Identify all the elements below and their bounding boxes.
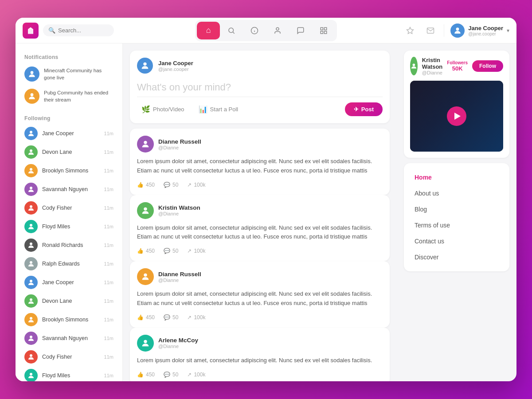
post-user-info: Arlene McCoy @Dianne bbox=[158, 337, 198, 349]
following-item[interactable]: Floyd Miles 11m bbox=[16, 366, 122, 381]
menu-item[interactable]: Contact us bbox=[413, 233, 501, 249]
post-body: Lorem ipsum dolor sit amet, consectetur … bbox=[137, 356, 383, 365]
composer-handle: @jane.cooper bbox=[158, 66, 193, 72]
video-preview[interactable] bbox=[410, 81, 503, 152]
following-item[interactable]: Savannah Nguyen 11m bbox=[16, 180, 122, 199]
like-button[interactable]: 👍 450 bbox=[137, 372, 155, 378]
following-time: 11m bbox=[104, 131, 113, 136]
svg-rect-8 bbox=[325, 31, 327, 33]
following-time: 11m bbox=[104, 261, 113, 266]
share-button[interactable]: ↗ 100k bbox=[187, 182, 205, 188]
following-item[interactable]: Brooklyn Simmons 11m bbox=[16, 310, 122, 329]
comment-icon: 💬 bbox=[164, 248, 170, 254]
user-area[interactable]: Jane Cooper @jane.cooper ▾ bbox=[450, 23, 509, 38]
menu-item[interactable]: Discover bbox=[413, 249, 501, 265]
following-avatar bbox=[24, 201, 38, 215]
poll-btn[interactable]: 📊 Start a Poll bbox=[194, 102, 243, 116]
following-item[interactable]: Jane Cooper 11m bbox=[16, 124, 122, 143]
nav-tab-profile[interactable] bbox=[266, 22, 289, 39]
like-icon: 👍 bbox=[137, 182, 144, 188]
post-header: Arlene McCoy @Dianne bbox=[137, 335, 383, 352]
composer-card: Jane Cooper @jane.cooper What's on your … bbox=[130, 51, 390, 123]
nav-tab-search[interactable] bbox=[220, 22, 243, 39]
following-item[interactable]: Brooklyn Simmons 11m bbox=[16, 161, 122, 180]
svg-point-30 bbox=[144, 207, 147, 210]
following-item[interactable]: Devon Lane 11m bbox=[16, 292, 122, 310]
post-avatar bbox=[137, 136, 154, 153]
following-avatar bbox=[24, 350, 38, 364]
video-play-button[interactable] bbox=[447, 106, 466, 126]
menu-item[interactable]: Blog bbox=[413, 201, 501, 217]
post-stats: 👍 450 💬 50 ↗ 100k bbox=[137, 372, 383, 378]
followers-count: 50K bbox=[452, 65, 463, 72]
svg-point-12 bbox=[31, 93, 34, 96]
svg-point-15 bbox=[30, 168, 32, 171]
nav-tab-chat[interactable] bbox=[289, 22, 312, 39]
share-icon: ↗ bbox=[187, 314, 192, 321]
post-body: Lorem ipsum dolor sit amet, consectetur … bbox=[137, 223, 383, 242]
comment-button[interactable]: 💬 50 bbox=[164, 372, 178, 378]
share-button[interactable]: ↗ 100k bbox=[187, 248, 205, 254]
svg-point-14 bbox=[30, 149, 32, 152]
post-avatar bbox=[137, 268, 154, 285]
menu-item[interactable]: Terms of use bbox=[413, 217, 501, 233]
like-count: 450 bbox=[146, 248, 155, 254]
composer-top: Jane Cooper @jane.cooper bbox=[137, 58, 383, 74]
like-button[interactable]: 👍 450 bbox=[137, 248, 155, 254]
following-item[interactable]: Cody Fisher 11m bbox=[16, 199, 122, 217]
following-avatar bbox=[24, 220, 38, 233]
following-item[interactable]: Savannah Nguyen 11m bbox=[16, 329, 122, 348]
star-icon-btn[interactable] bbox=[403, 23, 417, 38]
search-icon: 🔍 bbox=[48, 27, 55, 34]
following-item[interactable]: Jane Cooper 11m bbox=[16, 273, 122, 292]
like-button[interactable]: 👍 450 bbox=[137, 182, 155, 188]
following-avatar bbox=[24, 313, 38, 326]
post-user-info: Dianne Russell @Dianne bbox=[158, 138, 201, 150]
following-item[interactable]: Ronald Richards 11m bbox=[16, 236, 122, 254]
notification-item[interactable]: Pubg Community has ended their stream bbox=[16, 85, 122, 107]
nav-tab-info[interactable] bbox=[243, 22, 266, 39]
post-body: Lorem ipsum dolor sit amet, consectetur … bbox=[137, 157, 383, 176]
share-button[interactable]: ↗ 100k bbox=[187, 314, 205, 321]
post-card: Arlene McCoy @Dianne Lorem ipsum dolor s… bbox=[130, 328, 390, 381]
share-button[interactable]: ↗ 100k bbox=[187, 372, 205, 378]
menu-item[interactable]: About us bbox=[413, 185, 501, 201]
nav-tab-home[interactable]: ⌂ bbox=[197, 22, 220, 39]
comment-button[interactable]: 💬 50 bbox=[164, 182, 178, 188]
featured-handle: @Dianne bbox=[422, 70, 442, 75]
nav-tab-grid[interactable] bbox=[312, 22, 335, 39]
post-stats: 👍 450 💬 50 ↗ 100k bbox=[137, 248, 383, 254]
comment-count: 50 bbox=[172, 248, 178, 254]
like-button[interactable]: 👍 450 bbox=[137, 314, 155, 321]
search-input[interactable] bbox=[58, 27, 111, 34]
photo-video-btn[interactable]: 🌿 Photo/Video bbox=[137, 102, 189, 116]
notification-item[interactable]: Minecraft Community has gone live bbox=[16, 63, 122, 85]
comment-button[interactable]: 💬 50 bbox=[164, 314, 178, 321]
svg-rect-7 bbox=[321, 31, 323, 33]
following-time: 11m bbox=[104, 243, 113, 248]
follow-button[interactable]: Follow bbox=[472, 60, 503, 72]
following-item[interactable]: Ralph Edwards 11m bbox=[16, 254, 122, 273]
following-item[interactable]: Floyd Miles 11m bbox=[16, 217, 122, 236]
mail-icon-btn[interactable] bbox=[423, 23, 438, 38]
composer-placeholder[interactable]: What's on your mind? bbox=[137, 78, 383, 97]
following-item[interactable]: Devon Lane 11m bbox=[16, 143, 122, 161]
like-icon: 👍 bbox=[137, 314, 144, 321]
following-avatar bbox=[24, 145, 38, 159]
menu-item[interactable]: Home bbox=[413, 169, 501, 185]
user-handle: @jane.cooper bbox=[468, 31, 503, 36]
user-info: Jane Cooper @jane.cooper bbox=[468, 25, 503, 36]
post-card: Dianne Russell @Dianne Lorem ipsum dolor… bbox=[130, 261, 390, 328]
search-box[interactable]: 🔍 bbox=[43, 24, 114, 36]
notif-text: Pubg Community has ended their stream bbox=[44, 89, 113, 103]
svg-point-13 bbox=[30, 131, 32, 133]
post-card: Kristin Watson @Dianne Lorem ipsum dolor… bbox=[130, 195, 390, 262]
followers-badge: Followers 50K bbox=[447, 60, 468, 72]
comment-button[interactable]: 💬 50 bbox=[164, 248, 178, 254]
following-item[interactable]: Cody Fisher 11m bbox=[16, 348, 122, 366]
send-icon: ✈ bbox=[354, 106, 359, 113]
following-time: 11m bbox=[104, 149, 113, 155]
following-avatar bbox=[24, 332, 38, 345]
post-button[interactable]: ✈ Post bbox=[345, 102, 383, 116]
post-user-name: Kristin Watson bbox=[158, 204, 200, 211]
